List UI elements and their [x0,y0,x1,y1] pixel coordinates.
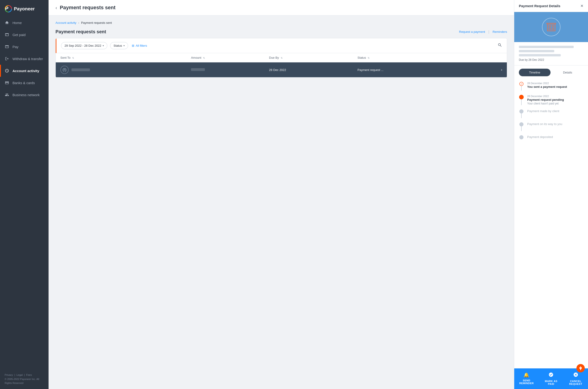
section-header: Payment requests sent Request a payment … [56,29,507,34]
invoice-line-3-blurred [519,54,561,56]
timeline-content-2: 28 December 2022 Payment request pending… [527,95,583,105]
status-filter-dropdown[interactable]: Status ▾ [110,42,128,49]
send-reminder-icon: 🔔 [523,372,529,378]
recipient-name-blurred [71,68,90,71]
col-status: Status ⇅ [353,53,472,63]
sort-icon-status[interactable]: ⇅ [368,57,370,59]
invoice-line-2-blurred [519,50,554,52]
sidebar-item-label-banks: Banks & cards [12,81,35,85]
timeline-dot-2 [519,95,524,99]
sidebar-footer: Privacy | Legal | Fees © 2005-2022 Payon… [0,369,49,389]
svg-point-11 [580,366,581,367]
page-header: ‹ Payment requests sent [49,0,514,15]
sidebar-item-label-activity: Account activity [12,69,39,73]
copyright: © 2005-2022 Payoneer Inc. All Rights Res… [5,377,44,385]
svg-rect-3 [547,24,555,31]
status-filter-chevron-icon: ▾ [123,44,125,47]
all-filters-button[interactable]: ⊞ All filters [132,44,147,47]
breadcrumb-current: Payment requests sent [81,21,112,25]
building-icon [542,18,560,36]
timeline-dot-1 [519,82,523,86]
back-button[interactable]: ‹ [56,5,57,10]
mark-as-paid-icon [549,372,553,378]
timeline-line-2 [521,99,522,105]
withdraw-icon [5,56,9,61]
panel-title: Payment Request Details [519,4,560,8]
page-title: Payment requests sent [60,5,116,11]
sidebar-item-business-network[interactable]: Business network [0,89,49,101]
action-divider: | [488,30,489,34]
timeline-desc-2: Your client hasn't paid yet [527,102,583,105]
sort-icon-sent-to[interactable]: ⇅ [72,57,74,59]
date-filter-dropdown[interactable]: 29 Sep 2022 - 28 Dec 2022 ▾ [61,42,107,49]
timeline-content-3: Payment made by client [527,109,583,118]
mark-as-paid-label: MARK ASPAID [545,380,557,385]
panel-invoice-info: Due by 28 Dec 2022 [514,42,588,65]
timeline-event-2: 28 December 2022 Payment request pending… [519,95,583,105]
timeline-event-5: Payment deposited [519,135,583,139]
accessibility-button[interactable] [576,364,585,372]
fees-link[interactable]: Fees [26,374,32,376]
send-reminder-button[interactable]: 🔔 SENDREMINDER [514,368,539,389]
timeline-line-1 [521,86,522,91]
request-payment-link[interactable]: Request a payment [459,30,485,33]
mark-as-paid-button[interactable]: MARK ASPAID [539,368,563,389]
sidebar-item-label-home: Home [12,21,22,25]
sidebar-item-banks-cards[interactable]: Banks & cards [0,77,49,89]
get-paid-icon [5,32,9,37]
col-amount: Amount ⇅ [186,53,265,63]
sort-icon-due-by[interactable]: ⇅ [281,57,282,59]
breadcrumb-separator: › [78,21,79,25]
tab-details[interactable]: Details [552,69,584,76]
timeline-title-4: Payment on its way to you [527,122,583,126]
sidebar-item-account-activity[interactable]: Account activity [0,65,49,77]
svg-rect-5 [552,25,553,27]
search-button[interactable] [498,43,502,49]
sidebar-nav: Home Get paid Pay Withdraw & transfer [0,17,49,369]
sidebar-item-label-get-paid: Get paid [12,33,26,37]
col-due-by: Due By ⇅ [265,53,353,63]
amount-blurred [191,68,205,71]
timeline-line-3 [521,113,522,118]
panel-header: Payment Request Details ✕ [514,0,588,12]
timeline-title-1: You sent a payment request [527,85,583,89]
timeline-content-4: Payment on its way to you [527,122,583,131]
timeline-content-5: Payment deposited [527,135,583,139]
requests-table: Sent To ⇅ Amount ⇅ Due By ⇅ Status [56,53,507,77]
sidebar-item-home[interactable]: Home [0,17,49,29]
sidebar-item-get-paid[interactable]: Get paid [0,29,49,41]
col-arrow [472,53,507,63]
sidebar-item-label-network: Business network [12,93,40,97]
right-panel: Payment Request Details ✕ Due by 28 Dec … [514,0,588,389]
timeline: 28 December 2022 You sent a payment requ… [514,79,588,368]
cell-amount [186,63,265,77]
svg-rect-6 [549,28,551,30]
timeline-title-5: Payment deposited [527,135,583,139]
status-filter-placeholder: Status [113,44,122,47]
privacy-link[interactable]: Privacy [5,374,13,376]
reminders-link[interactable]: Reminders [492,30,507,33]
breadcrumb-account-activity[interactable]: Account activity [56,21,76,25]
row-arrow-icon[interactable]: › [472,63,507,77]
main-content: ‹ Payment requests sent Account activity… [49,0,514,389]
home-icon [5,20,9,25]
timeline-title-3: Payment made by client [527,109,583,113]
panel-close-button[interactable]: ✕ [580,4,583,8]
sidebar-item-withdraw[interactable]: Withdraw & transfer [0,53,49,65]
sidebar-item-pay[interactable]: Pay [0,41,49,53]
panel-footer: 🔔 SENDREMINDER MARK ASPAID CANCELREQUEST [514,368,588,389]
activity-icon [5,68,9,73]
cancel-request-icon [573,372,578,378]
cancel-request-button[interactable]: CANCELREQUEST [563,368,588,389]
sort-icon-amount[interactable]: ⇅ [203,57,205,59]
legal-link[interactable]: Legal [16,374,23,376]
col-sent-to: Sent To ⇅ [56,53,186,63]
card-icon [5,80,9,85]
cell-recipient [56,63,186,77]
timeline-event-3: Payment made by client [519,109,583,118]
recipient-avatar [60,66,69,74]
tab-timeline[interactable]: Timeline [519,69,551,76]
table-row[interactable]: 28 Dec 2022 Payment request ... › [56,63,507,77]
timeline-event-4: Payment on its way to you [519,122,583,131]
table-container: 29 Sep 2022 - 28 Dec 2022 ▾ Status ▾ ⊞ A… [56,38,507,78]
